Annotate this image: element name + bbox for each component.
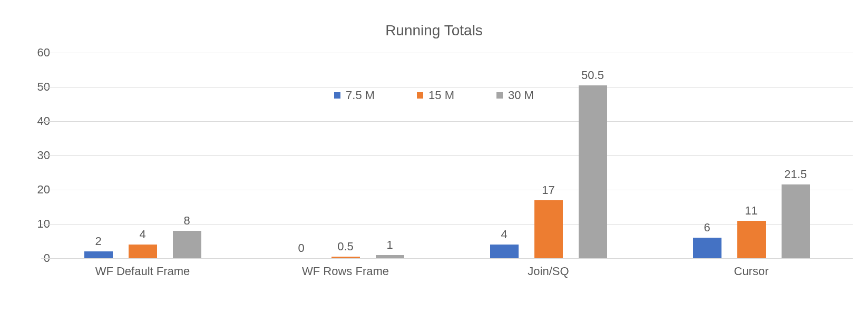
legend-label: 15 M bbox=[428, 89, 454, 102]
chart-title: Running Totals bbox=[0, 22, 868, 39]
gridline bbox=[41, 155, 853, 156]
bar-value-label: 0 bbox=[298, 241, 304, 255]
legend-item: 7.5 M bbox=[334, 89, 375, 102]
legend-label: 7.5 M bbox=[346, 89, 375, 102]
bar-value-label: 50.5 bbox=[581, 69, 604, 82]
legend: 7.5 M15 M30 M bbox=[0, 89, 868, 102]
gridline bbox=[41, 87, 853, 87]
bar-value-label: 0.5 bbox=[337, 240, 354, 253]
legend-swatch-icon bbox=[496, 92, 503, 99]
bar-value-label: 4 bbox=[139, 228, 145, 241]
bar-value-label: 8 bbox=[183, 214, 190, 228]
bar-value-label: 4 bbox=[501, 228, 507, 241]
bar bbox=[737, 221, 766, 259]
bar bbox=[376, 255, 404, 259]
bar-value-label: 11 bbox=[745, 204, 757, 218]
chart-container: Running Totals 0102030405060 24800.51417… bbox=[0, 0, 868, 322]
bar bbox=[173, 231, 201, 258]
gridline bbox=[41, 121, 853, 122]
x-tick-label: Cursor bbox=[734, 265, 768, 278]
x-tick-label: WF Default Frame bbox=[95, 265, 190, 278]
legend-item: 30 M bbox=[496, 89, 534, 102]
gridline bbox=[41, 190, 853, 190]
x-tick-label: WF Rows Frame bbox=[302, 265, 389, 278]
legend-swatch-icon bbox=[417, 92, 423, 99]
legend-label: 30 M bbox=[508, 89, 534, 102]
bar bbox=[331, 257, 360, 258]
plot-area: 24800.5141750.561121.5 bbox=[41, 53, 853, 259]
bar-value-label: 17 bbox=[542, 183, 554, 197]
bar-value-label: 21.5 bbox=[784, 168, 807, 181]
bar bbox=[693, 238, 721, 258]
gridline bbox=[41, 53, 853, 53]
bar bbox=[129, 245, 157, 258]
bar-value-label: 2 bbox=[95, 235, 101, 248]
bar bbox=[84, 251, 113, 258]
bar-value-label: 6 bbox=[704, 221, 710, 235]
bar bbox=[782, 184, 810, 258]
x-tick-label: Join/SQ bbox=[528, 265, 569, 278]
bar bbox=[579, 85, 607, 258]
legend-swatch-icon bbox=[334, 92, 340, 99]
gridline bbox=[41, 224, 853, 225]
bar bbox=[490, 245, 519, 258]
legend-item: 15 M bbox=[417, 89, 454, 102]
bar-value-label: 1 bbox=[386, 238, 393, 252]
bar bbox=[534, 200, 563, 259]
